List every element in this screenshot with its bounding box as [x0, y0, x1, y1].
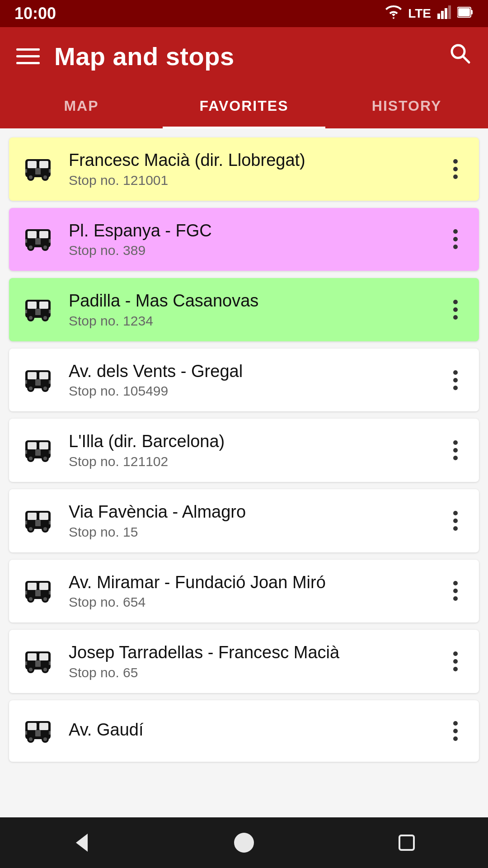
svg-rect-77 [28, 583, 37, 590]
list-item: Francesc Macià (dir. Llobregat) Stop no.… [9, 137, 479, 201]
svg-rect-95 [25, 661, 27, 665]
stop-info: Padilla - Mas Casanovas Stop no. 1234 [69, 291, 443, 329]
svg-point-69 [29, 527, 33, 531]
stop-name: Pl. Espanya - FGC [69, 221, 443, 241]
more-options-button[interactable] [443, 159, 468, 179]
stop-number: Stop no. 1234 [69, 313, 443, 329]
more-options-button[interactable] [443, 370, 468, 390]
svg-rect-12 [39, 161, 48, 168]
svg-rect-3 [448, 5, 451, 19]
svg-rect-84 [25, 591, 27, 594]
svg-rect-106 [25, 731, 27, 735]
stop-info: Pl. Espanya - FGC Stop no. 389 [69, 221, 443, 259]
status-time: 10:00 [14, 4, 56, 23]
bus-icon [20, 503, 56, 539]
svg-rect-41 [49, 310, 51, 313]
stop-name: L'Illa (dir. Barcelona) [69, 431, 443, 452]
tab-history[interactable]: HISTORY [325, 85, 488, 128]
svg-rect-33 [28, 302, 37, 309]
stop-name: Josep Tarradellas - Francesc Macià [69, 642, 443, 663]
stops-list: Francesc Macià (dir. Llobregat) Stop no.… [0, 128, 488, 778]
svg-rect-105 [35, 730, 41, 736]
more-options-button[interactable] [443, 440, 468, 460]
more-options-button[interactable] [443, 651, 468, 671]
menu-button[interactable] [16, 48, 40, 64]
list-item: L'Illa (dir. Barcelona) Stop no. 121102 [9, 419, 479, 482]
stop-number: Stop no. 121001 [69, 173, 443, 188]
tabs: MAP FAVORITES HISTORY [0, 85, 488, 128]
svg-point-27 [43, 245, 47, 249]
svg-rect-2 [445, 8, 447, 19]
svg-point-60 [43, 457, 47, 460]
svg-point-25 [29, 245, 33, 249]
svg-rect-40 [25, 310, 27, 313]
home-button[interactable] [226, 825, 262, 861]
svg-point-93 [43, 668, 47, 671]
bus-icon [20, 713, 56, 749]
svg-rect-18 [25, 169, 27, 173]
battery-icon [457, 5, 474, 22]
svg-rect-6 [458, 8, 470, 16]
svg-rect-19 [49, 169, 51, 173]
svg-rect-51 [25, 380, 27, 384]
svg-rect-22 [28, 231, 37, 238]
stop-name: Francesc Macià (dir. Llobregat) [69, 150, 443, 171]
recent-apps-button[interactable] [389, 825, 425, 861]
stop-info: Av. dels Vents - Gregal Stop no. 105499 [69, 361, 443, 399]
stop-number: Stop no. 389 [69, 243, 443, 258]
svg-rect-83 [35, 590, 41, 596]
svg-rect-23 [39, 231, 48, 238]
svg-rect-110 [399, 835, 414, 850]
more-options-button[interactable] [443, 511, 468, 531]
more-options-button[interactable] [443, 300, 468, 320]
bus-icon [20, 643, 56, 679]
stop-name: Av. dels Vents - Gregal [69, 361, 443, 382]
svg-point-58 [29, 457, 33, 460]
stop-number: Stop no. 15 [69, 524, 443, 540]
svg-point-104 [43, 737, 47, 741]
wifi-icon [385, 5, 402, 22]
svg-point-109 [234, 833, 254, 853]
more-options-button[interactable] [443, 581, 468, 601]
stop-number: Stop no. 121102 [69, 454, 443, 469]
bus-icon [20, 151, 56, 187]
tab-favorites[interactable]: FAVORITES [163, 85, 325, 128]
svg-rect-72 [35, 520, 41, 526]
svg-rect-28 [35, 238, 41, 245]
svg-point-36 [29, 316, 33, 320]
svg-rect-44 [28, 372, 37, 379]
svg-rect-73 [25, 521, 27, 524]
app-title: Map and stops [54, 42, 434, 71]
stop-info: Josep Tarradellas - Francesc Macià Stop … [69, 642, 443, 680]
bus-icon [20, 221, 56, 257]
svg-rect-5 [471, 10, 473, 14]
svg-rect-89 [39, 653, 48, 660]
svg-point-82 [43, 597, 47, 601]
tab-map[interactable]: MAP [0, 85, 163, 128]
stop-name: Padilla - Mas Casanovas [69, 291, 443, 311]
search-button[interactable] [448, 42, 472, 71]
svg-rect-62 [25, 450, 27, 454]
svg-rect-1 [441, 11, 444, 19]
more-options-button[interactable] [443, 229, 468, 249]
svg-point-16 [43, 175, 47, 179]
stop-info: Av. Gaudí [69, 720, 443, 742]
svg-marker-108 [76, 834, 88, 852]
svg-rect-88 [28, 653, 37, 660]
svg-rect-107 [49, 731, 51, 735]
svg-rect-56 [39, 442, 48, 449]
stop-info: L'Illa (dir. Barcelona) Stop no. 121102 [69, 431, 443, 469]
svg-line-8 [463, 56, 469, 62]
stop-name: Via Favència - Almagro [69, 502, 443, 523]
svg-rect-66 [28, 513, 37, 520]
signal-icon [437, 5, 451, 22]
svg-rect-34 [39, 302, 48, 309]
list-item: Via Favència - Almagro Stop no. 15 [9, 489, 479, 552]
more-options-button[interactable] [443, 721, 468, 741]
svg-rect-52 [49, 380, 51, 384]
svg-rect-29 [25, 239, 27, 243]
svg-rect-74 [49, 521, 51, 524]
list-item: Av. Miramar - Fundació Joan Miró Stop no… [9, 560, 479, 623]
back-button[interactable] [63, 825, 99, 861]
svg-point-91 [29, 668, 33, 671]
